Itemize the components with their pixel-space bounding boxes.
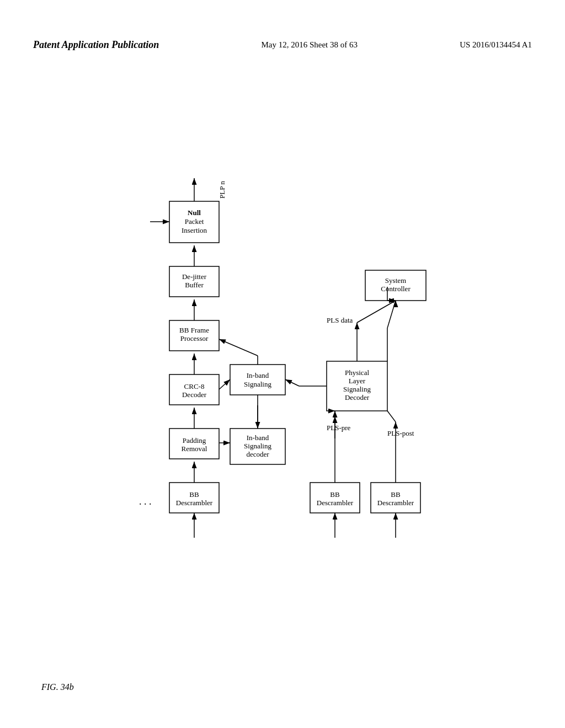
pls-pre-label: PLS-pre bbox=[327, 424, 351, 432]
system-controller-label2: Controller bbox=[381, 285, 411, 293]
null-packet-label2: Packet bbox=[185, 217, 204, 226]
pls-post-label: PLS-post bbox=[387, 429, 414, 437]
bb-descrambler-pre-label1: BB bbox=[330, 490, 340, 499]
physical-layer-label4: Decoder bbox=[345, 393, 370, 402]
bb-frame-processor-label: BB Frame bbox=[179, 326, 209, 334]
figure-label: FIG. 34b bbox=[41, 682, 74, 692]
page-header: Patent Application Publication May 12, 2… bbox=[0, 39, 565, 51]
bb-descrambler-post-label2: Descrambler bbox=[377, 499, 414, 507]
physical-layer-label2: Layer bbox=[349, 377, 366, 385]
physical-layer-label1: Physical bbox=[345, 368, 369, 377]
dejitter-buffer-label2: Buffer bbox=[185, 281, 204, 289]
bb-descrambler-left-label2: Descrambler bbox=[176, 499, 213, 507]
physical-layer-label3: Signaling bbox=[343, 385, 371, 393]
pls-data-label: PLS data bbox=[327, 316, 353, 324]
null-packet-label1: Null bbox=[188, 208, 201, 217]
line-post-physical bbox=[387, 411, 396, 422]
ellipsis-label: . . . bbox=[139, 496, 152, 507]
sheet-info: May 12, 2016 Sheet 38 of 63 bbox=[261, 40, 358, 50]
inband-signaling-decoder-label2: Signaling bbox=[244, 442, 271, 450]
arrow-crc-inband bbox=[219, 379, 230, 389]
padding-removal-label: Padding bbox=[183, 436, 206, 445]
null-packet-label3: Insertion bbox=[182, 226, 207, 234]
inband-signaling-decoder-label3: decoder bbox=[246, 450, 269, 458]
plp-n-label: PLP n bbox=[218, 181, 226, 199]
bb-descrambler-post-label1: BB bbox=[391, 490, 401, 499]
inband-signaling-decoder-label1: In-band bbox=[247, 433, 269, 442]
arrow-to-inband bbox=[285, 379, 299, 386]
bb-descrambler-pre-label2: Descrambler bbox=[317, 499, 354, 507]
inband-signaling-label2: Signaling bbox=[244, 380, 271, 388]
diagram-area: BB Descrambler Padding Removal CRC-8 Dec… bbox=[0, 85, 565, 662]
system-controller-label1: System bbox=[385, 276, 406, 285]
publication-title: Patent Application Publication bbox=[33, 39, 159, 51]
bb-frame-processor-label2: Processor bbox=[180, 334, 209, 342]
arrow-inband-to-bbframe bbox=[219, 339, 258, 356]
patent-number: US 2016/0134454 A1 bbox=[460, 40, 532, 50]
block-diagram: BB Descrambler Padding Removal CRC-8 Dec… bbox=[89, 85, 476, 609]
dejitter-buffer-label: De-jitter bbox=[182, 272, 207, 281]
inband-signaling-label1: In-band bbox=[247, 371, 269, 379]
crc8-decoder-label: CRC-8 bbox=[184, 382, 205, 390]
padding-removal-label2: Removal bbox=[182, 445, 207, 453]
bb-descrambler-left-label: BB bbox=[189, 490, 199, 499]
crc8-decoder-label2: Decoder bbox=[182, 390, 207, 399]
